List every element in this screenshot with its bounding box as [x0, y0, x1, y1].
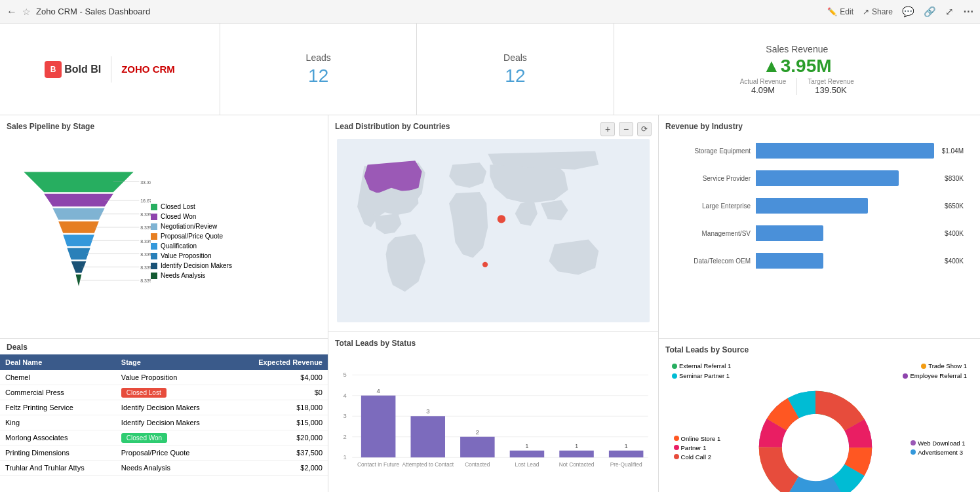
stage-cell: Closed Won: [116, 430, 231, 445]
industry-label-2: Service Provider: [665, 175, 751, 182]
industry-val-2: $830K: [945, 175, 964, 182]
revenue-cell: $18,000: [231, 400, 328, 415]
industry-bar-5: [756, 253, 823, 269]
boldbi-logo: B Bold BI: [45, 61, 101, 78]
industry-bar-3: [756, 198, 868, 214]
val-prequalified: 1: [625, 442, 628, 449]
middle-east-dot: [498, 215, 505, 223]
deals-panel: Deals Deal Name Stage Expected Revenue C…: [0, 339, 328, 492]
target-label: Target Revenue: [808, 78, 854, 85]
deal-name-cell: Morlong Associates: [0, 430, 116, 445]
leads-status-panel: Total Leads by Status 5 4 3 2 1: [328, 332, 658, 492]
val-not-contacted: 1: [575, 442, 578, 449]
browser-bar: ← ☆ Zoho CRM - Sales Dashboard ✏️ Edit ↗…: [0, 0, 980, 24]
legend-online-store: Online Store 1: [674, 435, 721, 442]
map-reset[interactable]: ⟳: [637, 122, 652, 136]
share-button[interactable]: ↗ Share: [863, 7, 893, 16]
funnel-seg-2: [44, 194, 113, 206]
table-row[interactable]: Printing Dimensions Proposal/Price Quote…: [0, 445, 328, 461]
industry-bar-1: [756, 143, 934, 159]
logo-divider: [111, 56, 111, 83]
industry-bar-wrap-4: $400K: [756, 225, 934, 241]
middle-column: Lead Distribution by Countries + − ⟳: [328, 115, 658, 492]
donut-container: Online Store 1 Partner 1 Cold Call 2: [665, 382, 973, 492]
legend-dot-5: [151, 243, 157, 250]
revenue-cell: $0: [231, 385, 328, 400]
table-row[interactable]: Feltz Printing Service Identify Decision…: [0, 400, 328, 415]
xlabel-3: Contacted: [465, 461, 490, 468]
usa: [366, 190, 419, 215]
comment-icon[interactable]: 💬: [902, 6, 914, 18]
legend-tradeshow: Trade Show 1: [921, 362, 967, 369]
industry-bar-wrap-2: $830K: [756, 170, 934, 186]
bar-prequalified: [609, 451, 644, 458]
legend-dot-3: [151, 223, 157, 230]
target-value: 139.50K: [808, 85, 854, 95]
bar-not-contacted: [559, 451, 594, 458]
legend-dot-7: [151, 263, 157, 269]
stage-cell: Identify Decision Makers: [116, 400, 231, 415]
revenue-breakdown: Actual Revenue 4.09M Target Revenue 139.…: [730, 78, 865, 95]
zoho-logo: ZOHO CRM: [121, 64, 175, 75]
bar-contacted: [460, 437, 495, 458]
industry-val-1: $1.04M: [942, 147, 964, 155]
deals-table: Deal Name Stage Expected Revenue Chemel …: [0, 354, 328, 476]
funnel-seg-3: [52, 208, 104, 220]
table-row[interactable]: Chemel Value Proposition $4,000: [0, 370, 328, 385]
y4: 4: [343, 392, 347, 399]
xlabel-2: Attempted to Contact: [402, 461, 454, 468]
revenue-cell: $4,000: [231, 370, 328, 385]
industry-bar-4: [756, 225, 823, 241]
link-icon[interactable]: 🔗: [924, 6, 936, 18]
browser-actions: ✏️ Edit ↗ Share 💬 🔗 ⤢ ⋯: [827, 5, 973, 18]
revenue-cell: $15,000: [231, 415, 328, 430]
val-lost: 1: [525, 442, 528, 449]
donut-legend-right: Web Download 1 Advertisement 3: [907, 440, 968, 456]
back-button[interactable]: ←: [7, 6, 17, 18]
deal-name-cell: Commercial Press: [0, 385, 116, 400]
revenue-cell: $37,500: [231, 445, 328, 461]
edit-button[interactable]: ✏️ Edit: [827, 7, 853, 16]
deals-value: 12: [505, 66, 525, 86]
expand-icon[interactable]: ⤢: [945, 6, 954, 18]
table-row[interactable]: Morlong Associates Closed Won $20,000: [0, 430, 328, 445]
metrics-row: B Bold BI ZOHO CRM Leads 12 Deals 12 Sal…: [0, 24, 980, 115]
stage-cell: Identify Decision Makers: [116, 415, 231, 430]
star-icon[interactable]: ☆: [22, 7, 31, 17]
pct-8: 8.33%: [140, 278, 151, 283]
legend-external: External Referral 1: [672, 362, 731, 369]
table-row[interactable]: King Identify Decision Makers $15,000: [0, 415, 328, 430]
legend-dot-2: [151, 214, 157, 220]
donut-legend-2: Seminar Partner 1 Employee Referral 1: [665, 372, 973, 382]
table-row[interactable]: Truhlar And Truhlar Attys Needs Analysis…: [0, 461, 328, 476]
actual-value: 4.09M: [740, 85, 787, 95]
africa-dot: [482, 262, 488, 267]
legend-closed-lost: Closed Lost: [151, 203, 249, 210]
legend-identify: Identify Decision Makers: [151, 262, 249, 269]
industry-row-5: Data/Telecom OEM $400K: [665, 253, 934, 269]
pct-3: 8.33%: [140, 212, 151, 217]
map-zoom-out[interactable]: −: [619, 122, 633, 136]
left-column: Sales Pipeline by Stage: [0, 115, 328, 492]
revenue-industry-title: Revenue by Industry: [665, 122, 973, 131]
col-stage: Stage: [116, 354, 231, 370]
legend-seminar: Seminar Partner 1: [672, 372, 730, 379]
legend-dot-8: [151, 273, 157, 279]
more-icon[interactable]: ⋯: [963, 5, 973, 18]
stage-cell: Proposal/Price Quote: [116, 445, 231, 461]
legend-dot-1: [151, 204, 157, 210]
y1: 1: [343, 453, 347, 461]
legend-needs: Needs Analysis: [151, 272, 249, 279]
revenue-metric: Sales Revenue ▲3.95M Actual Revenue 4.09…: [614, 24, 980, 115]
xlabel-1: Contact in Future: [357, 461, 400, 468]
funnel-svg: 33.33% 16.67% 8.33% 8.33% 8.33% 8.33% 8.…: [7, 136, 151, 338]
xlabel-5: Not Contacted: [559, 461, 595, 468]
bar-contact-future: [361, 396, 396, 458]
y5: 5: [343, 371, 347, 378]
table-row[interactable]: Commercial Press Closed Lost $0: [0, 385, 328, 400]
map-controls: + − ⟳: [600, 122, 652, 136]
map-zoom-in[interactable]: +: [600, 122, 615, 136]
legend-proposal: Proposal/Price Quote: [151, 233, 249, 240]
leads-status-chart: 5 4 3 2 1 4 3: [335, 353, 652, 487]
boldbi-icon: B Bold BI: [45, 61, 101, 78]
